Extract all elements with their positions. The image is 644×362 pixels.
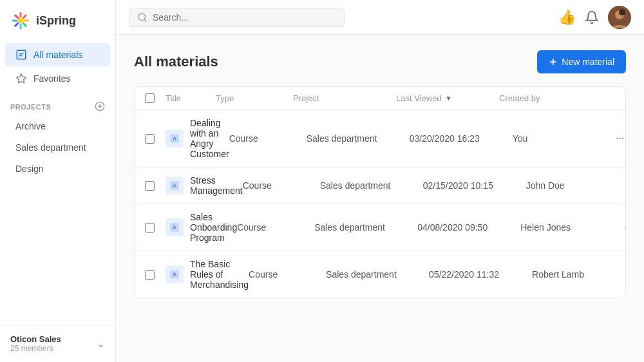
row-1-created-by: You (513, 133, 603, 144)
org-info: Oticon Sales 25 members (10, 334, 61, 353)
row-1-title-col: A Dealing with an Angry Customer (166, 118, 229, 159)
row-3-title-col: A Sales Onboarding Program (166, 212, 237, 243)
svg-line-15 (144, 19, 146, 21)
row-1-title: Dealing with an Angry Customer (190, 118, 229, 159)
star-icon (15, 73, 27, 84)
sidebar-item-all-materials[interactable]: All materials (5, 43, 110, 66)
row-3-last-viewed: 04/08/2020 09:50 (417, 222, 520, 233)
sidebar-footer: Oticon Sales 25 members ⌄ (0, 325, 115, 362)
row-3-created-by: Helen Jones (520, 222, 611, 233)
header-col-type: Type (216, 93, 293, 103)
row-1-type: Course (229, 133, 307, 144)
row-3-more-button[interactable]: ··· (620, 220, 626, 234)
svg-line-6 (23, 23, 26, 26)
header-col-last-viewed[interactable]: Last Viewed ▼ (396, 93, 499, 103)
header-col-check[interactable] (145, 93, 166, 103)
org-name: Oticon Sales (10, 334, 61, 344)
logo-area: iSpring (0, 0, 115, 39)
row-4-title-col: A The Basic Rules of Merchandising (166, 259, 249, 290)
row-2-title-col: A Stress Management (166, 175, 243, 196)
row-3-project: Sales department (314, 222, 417, 233)
projects-header: PROJECTS (0, 95, 115, 115)
row-2-checkbox[interactable] (145, 181, 155, 191)
add-project-button[interactable] (95, 101, 105, 113)
file-icon (15, 49, 27, 61)
row-2-check[interactable] (145, 181, 166, 191)
row-3-actions[interactable]: ··· (611, 220, 626, 234)
sidebar-item-archive[interactable]: Archive (5, 116, 110, 137)
project-list: Archive Sales department Design (0, 115, 115, 180)
nav-section: All materials Favorites (0, 39, 115, 95)
svg-text:A: A (173, 183, 176, 189)
avatar[interactable] (608, 6, 631, 29)
table-row: A Sales Onboarding Program Course Sales … (135, 204, 625, 251)
row-3-title: Sales Onboarding Program (190, 212, 237, 243)
nav-label-all-materials: All materials (33, 50, 82, 60)
row-1-actions[interactable]: ··· (603, 131, 626, 146)
search-icon (137, 12, 147, 23)
row-4-last-viewed: 05/22/2020 11:32 (429, 269, 532, 280)
sidebar-item-sales-department[interactable]: Sales department (5, 137, 110, 158)
projects-label: PROJECTS (10, 103, 51, 111)
row-1-more-button[interactable]: ··· (612, 131, 626, 146)
table-row: A The Basic Rules of Merchandising Cours… (135, 251, 625, 298)
sidebar-item-favorites[interactable]: Favorites (5, 67, 110, 90)
course-icon-3: A (166, 218, 184, 236)
sidebar: iSpring All materials Favorites PROJECTS (0, 0, 116, 362)
sort-icon: ▼ (446, 95, 452, 102)
nav-label-favorites: Favorites (33, 73, 71, 84)
search-input[interactable] (153, 12, 336, 23)
header-col-created-by: Created by (499, 93, 589, 103)
row-4-checkbox[interactable] (145, 270, 155, 280)
row-1-project: Sales department (307, 133, 410, 144)
materials-table: Title Type Project Last Viewed ▼ Created… (134, 86, 626, 298)
svg-rect-9 (17, 50, 26, 59)
topbar-actions: 👍 (558, 6, 631, 29)
bell-icon[interactable] (585, 10, 599, 24)
svg-text:A: A (173, 136, 176, 142)
ispring-logo-icon (10, 10, 31, 31)
row-2-type: Course (243, 180, 320, 191)
content-area: All materials New material Title Type Pr… (116, 35, 644, 362)
header-col-project: Project (293, 93, 396, 103)
row-2-more-button[interactable]: ··· (625, 178, 626, 193)
svg-text:A: A (173, 225, 176, 231)
row-4-title: The Basic Rules of Merchandising (190, 259, 249, 290)
row-4-created-by: Robert Lamb (532, 269, 622, 280)
row-2-project: Sales department (320, 180, 423, 191)
row-2-title: Stress Management (190, 175, 243, 196)
content-header: All materials New material (134, 50, 626, 73)
row-4-actions[interactable]: ··· (622, 267, 626, 281)
row-3-checkbox[interactable] (145, 223, 155, 233)
topbar: 👍 (116, 0, 644, 35)
course-icon-4: A (166, 265, 184, 283)
header-col-title: Title (166, 93, 216, 103)
svg-line-5 (15, 15, 18, 18)
search-box[interactable] (129, 8, 345, 27)
svg-line-7 (23, 15, 26, 18)
svg-point-0 (18, 18, 23, 23)
row-4-check[interactable] (145, 270, 166, 280)
sidebar-item-design[interactable]: Design (5, 158, 110, 179)
svg-point-18 (619, 9, 625, 15)
table-row: A Dealing with an Angry Customer Course … (135, 110, 625, 167)
row-3-check[interactable] (145, 223, 166, 233)
new-material-button[interactable]: New material (537, 50, 626, 73)
row-1-checkbox[interactable] (145, 134, 155, 144)
svg-marker-10 (17, 74, 26, 83)
course-icon-2: A (166, 176, 184, 195)
row-2-last-viewed: 02/15/2020 10:15 (423, 180, 526, 191)
new-material-label: New material (562, 57, 614, 67)
row-2-actions[interactable]: ··· (616, 178, 626, 193)
select-all-checkbox[interactable] (145, 93, 155, 103)
row-4-project: Sales department (326, 269, 429, 280)
org-switcher-chevron[interactable]: ⌄ (97, 338, 105, 350)
row-1-last-viewed: 03/20/2020 16:23 (410, 133, 513, 144)
row-4-type: Course (249, 269, 326, 280)
logo-text: iSpring (36, 14, 76, 28)
course-icon-1: A (166, 129, 184, 148)
svg-line-8 (15, 23, 18, 26)
table-header-row: Title Type Project Last Viewed ▼ Created… (135, 87, 625, 110)
row-1-check[interactable] (145, 134, 166, 144)
row-3-type: Course (237, 222, 314, 233)
